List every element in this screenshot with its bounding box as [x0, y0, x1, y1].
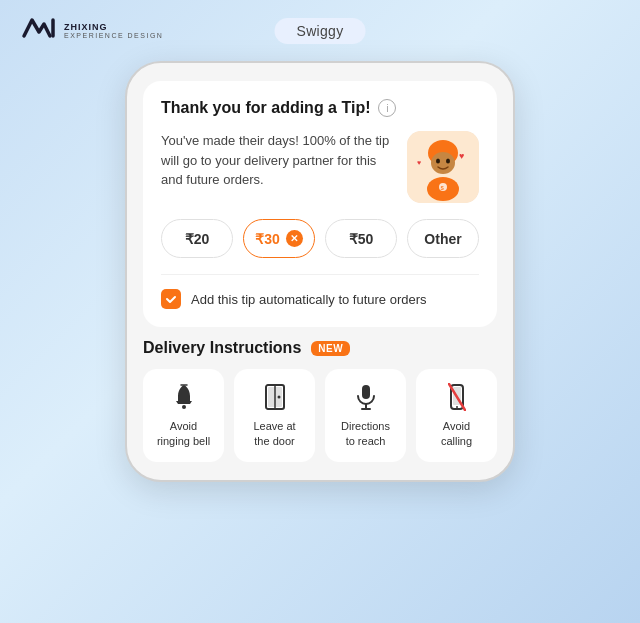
avoid-ringing-bell-label: Avoidringing bell — [157, 419, 210, 450]
svg-point-16 — [277, 396, 280, 399]
logo-area: ZHIXING EXPERIENCE DESIGN — [20, 14, 163, 47]
tip-30-button[interactable]: ₹30 ✕ — [243, 219, 315, 258]
svg-point-22 — [456, 406, 458, 408]
svg-text:♥: ♥ — [417, 159, 421, 166]
tip-amounts: ₹20 ₹30 ✕ ₹50 Other — [161, 219, 479, 258]
tip-other-button[interactable]: Other — [407, 219, 479, 258]
divider — [161, 274, 479, 275]
microphone-icon — [356, 383, 376, 411]
tip-50-button[interactable]: ₹50 — [325, 219, 397, 258]
svg-text:♥: ♥ — [459, 151, 464, 161]
svg-point-4 — [436, 159, 440, 164]
app-label: Swiggy — [275, 18, 366, 44]
logo-icon — [20, 14, 58, 47]
svg-point-3 — [431, 152, 455, 174]
instruction-grid: Avoidringing bell Leave atthe door — [143, 369, 497, 462]
avoid-calling-card[interactable]: Avoidcalling — [416, 369, 497, 462]
directions-to-reach-card[interactable]: Directionsto reach — [325, 369, 406, 462]
auto-tip-row[interactable]: Add this tip automatically to future ord… — [161, 289, 479, 309]
delivery-avatar: S ♥ ♥ — [407, 131, 479, 203]
new-badge: NEW — [311, 341, 350, 356]
tip-20-button[interactable]: ₹20 — [161, 219, 233, 258]
phone-mockup: Thank you for adding a Tip! i You've mad… — [125, 61, 515, 482]
delivery-instructions-section: Delivery Instructions NEW Avoidringing b… — [143, 339, 497, 462]
checkmark-icon — [165, 293, 177, 305]
tip-close-icon[interactable]: ✕ — [286, 230, 303, 247]
logo-text: ZHIXING EXPERIENCE DESIGN — [64, 23, 163, 39]
svg-point-11 — [182, 405, 186, 409]
svg-point-5 — [446, 159, 450, 164]
directions-to-reach-label: Directionsto reach — [341, 419, 390, 450]
no-phone-icon — [448, 383, 466, 411]
top-bar: ZHIXING EXPERIENCE DESIGN Swiggy — [0, 0, 640, 55]
bell-icon — [172, 383, 196, 411]
avoid-calling-label: Avoidcalling — [441, 419, 472, 450]
leave-at-door-label: Leave atthe door — [253, 419, 295, 450]
auto-tip-label: Add this tip automatically to future ord… — [191, 292, 427, 307]
tip-body: You've made their days! 100% of the tip … — [161, 131, 479, 203]
svg-rect-17 — [362, 385, 370, 399]
info-icon[interactable]: i — [378, 99, 396, 117]
leave-at-door-card[interactable]: Leave atthe door — [234, 369, 315, 462]
tip-header: Thank you for adding a Tip! i — [161, 99, 479, 117]
avoid-ringing-bell-card[interactable]: Avoidringing bell — [143, 369, 224, 462]
tip-title: Thank you for adding a Tip! — [161, 99, 370, 117]
tip-card: Thank you for adding a Tip! i You've mad… — [143, 81, 497, 327]
delivery-header: Delivery Instructions NEW — [143, 339, 497, 357]
auto-tip-checkbox[interactable] — [161, 289, 181, 309]
delivery-instructions-title: Delivery Instructions — [143, 339, 301, 357]
tip-message: You've made their days! 100% of the tip … — [161, 131, 395, 190]
door-icon — [264, 383, 286, 411]
